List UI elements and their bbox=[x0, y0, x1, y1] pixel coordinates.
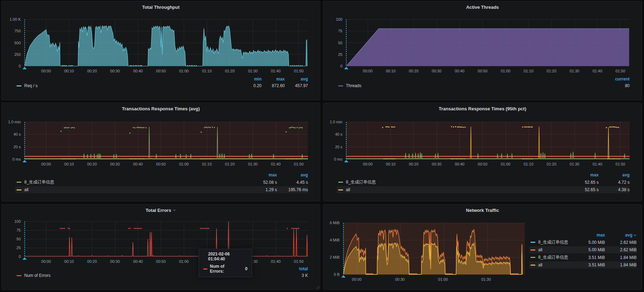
series-dot bbox=[290, 127, 291, 128]
plot-area[interactable] bbox=[24, 19, 308, 66]
plot-area[interactable] bbox=[346, 19, 630, 66]
series-dot bbox=[615, 126, 616, 128]
chart-svg bbox=[24, 19, 308, 66]
legend-header-max[interactable]: max bbox=[262, 76, 285, 82]
legend-header-min[interactable]: min bbox=[238, 76, 262, 82]
series-dot bbox=[64, 158, 65, 159]
plot-area[interactable] bbox=[343, 223, 525, 274]
series-dot bbox=[212, 126, 213, 128]
series-dot bbox=[67, 228, 69, 229]
x-tick-label: 00:30 bbox=[432, 69, 442, 73]
series-dot bbox=[299, 158, 300, 159]
series-dot bbox=[75, 158, 76, 159]
legend-value: 52.65 s bbox=[568, 179, 599, 186]
legend-header-current[interactable]: current bbox=[601, 76, 630, 82]
series-dot bbox=[73, 158, 74, 159]
series-dot bbox=[387, 126, 388, 127]
plot-area[interactable] bbox=[346, 122, 630, 159]
series-dot bbox=[394, 158, 395, 159]
series-dot bbox=[66, 158, 67, 159]
series-dot bbox=[63, 228, 64, 229]
x-tick-label: 00:00 bbox=[41, 69, 51, 73]
legend-header-max[interactable]: max bbox=[568, 172, 599, 178]
series-dot bbox=[143, 158, 144, 159]
x-tick-label: 00:40 bbox=[133, 162, 143, 166]
series-dot bbox=[194, 65, 195, 66]
legend-header-avg[interactable]: avg bbox=[277, 172, 308, 178]
series-dot bbox=[210, 127, 211, 128]
legend-series-label[interactable]: 8_生成订单信息 bbox=[529, 238, 573, 246]
series-dot bbox=[142, 158, 143, 159]
x-tick-label: 00:40 bbox=[455, 69, 465, 73]
series-dot bbox=[141, 127, 142, 128]
legend-series-swatch bbox=[338, 182, 343, 183]
legend-series-swatch bbox=[17, 189, 21, 190]
series-dot bbox=[515, 273, 516, 274]
series-dot bbox=[66, 127, 67, 128]
series-dot bbox=[202, 228, 204, 229]
legend-series-label[interactable]: Num of Errors bbox=[15, 272, 283, 279]
series-dot bbox=[68, 127, 69, 128]
legend-header-max[interactable]: max bbox=[573, 232, 605, 238]
legend-header-avg[interactable]: avg bbox=[605, 232, 637, 238]
x-tick-label: 00:00 bbox=[352, 277, 362, 281]
x-tick-label: 01:30 bbox=[569, 162, 579, 166]
legend-series-label[interactable]: Req / s bbox=[15, 82, 238, 89]
series-dot bbox=[611, 126, 612, 127]
legend-series-label[interactable]: Threads bbox=[337, 82, 601, 89]
plot-area[interactable] bbox=[24, 122, 308, 159]
legend-header: maxavg bbox=[15, 172, 308, 178]
series-dot bbox=[290, 65, 291, 66]
x-tick-label: 00:30 bbox=[110, 69, 120, 73]
legend-series-label[interactable]: 8_生成订单信息 bbox=[529, 253, 573, 261]
legend-value: 2.62 MiB bbox=[605, 239, 637, 246]
series-dot bbox=[449, 273, 450, 274]
legend-value: 0.20 bbox=[238, 82, 262, 89]
series-dot bbox=[137, 158, 138, 159]
legend-series-swatch bbox=[338, 189, 343, 190]
legend-series-label[interactable]: all bbox=[337, 186, 568, 193]
panel-title[interactable]: Network Traffic bbox=[326, 206, 639, 214]
legend-header-total[interactable]: total bbox=[283, 266, 308, 272]
plot-area[interactable] bbox=[24, 221, 308, 257]
legend-row: Threads80 bbox=[337, 82, 630, 89]
series-dot bbox=[134, 127, 135, 128]
legend-series-label[interactable]: all bbox=[529, 246, 573, 253]
panel-title[interactable]: Transactions Response Times (95th pct) bbox=[326, 104, 639, 113]
y-tick-label: 25 bbox=[17, 246, 21, 250]
series-dot bbox=[416, 273, 417, 274]
panel-title[interactable]: Transactions Response Times (avg) bbox=[5, 104, 317, 113]
x-tick-label: 01:50 bbox=[616, 69, 625, 73]
panel-resize-handle[interactable] bbox=[316, 286, 319, 289]
legend-header-avg[interactable]: avg bbox=[285, 76, 308, 82]
panel-title[interactable]: Active Threads bbox=[326, 3, 639, 11]
series-dot bbox=[461, 158, 462, 159]
legend-series-label[interactable]: 8_生成订单信息 bbox=[337, 178, 568, 186]
x-tick-label: 00:30 bbox=[395, 277, 405, 281]
legend-series-label[interactable]: 8_生成订单信息 bbox=[15, 178, 246, 186]
series-dot bbox=[140, 158, 141, 159]
panel-title[interactable]: Total Errors bbox=[5, 206, 317, 214]
legend: maxavg8_生成订单信息52.65 s4.72 sall52.65 s4.3… bbox=[337, 172, 630, 193]
legend-series-swatch bbox=[530, 249, 535, 251]
series-dot bbox=[618, 127, 619, 128]
legend-header-avg[interactable]: avg bbox=[599, 172, 630, 178]
x-tick-label: 01:40 bbox=[271, 259, 281, 264]
series-dot bbox=[532, 158, 533, 159]
chart-svg bbox=[343, 223, 525, 274]
panel-title[interactable]: Total Throughput bbox=[5, 3, 317, 11]
series-dot bbox=[62, 158, 63, 159]
series-dot bbox=[187, 65, 188, 66]
legend-header-max[interactable]: max bbox=[246, 172, 277, 178]
legend-series-swatch bbox=[17, 85, 21, 86]
series-dot bbox=[451, 126, 452, 127]
y-tick-label: 0 ms bbox=[334, 157, 342, 161]
legend-series-label[interactable]: all bbox=[529, 261, 573, 268]
series-dot bbox=[135, 228, 136, 229]
y-tick-label: 0 ms bbox=[12, 157, 21, 161]
x-tick-label: 01:50 bbox=[294, 259, 304, 264]
x-axis: 00:0000:1000:2000:3000:4000:5001:0001:10… bbox=[346, 67, 630, 74]
series-dot bbox=[532, 126, 533, 128]
x-tick-label: 01:10 bbox=[524, 162, 534, 166]
legend-series-label[interactable]: all bbox=[15, 186, 246, 193]
